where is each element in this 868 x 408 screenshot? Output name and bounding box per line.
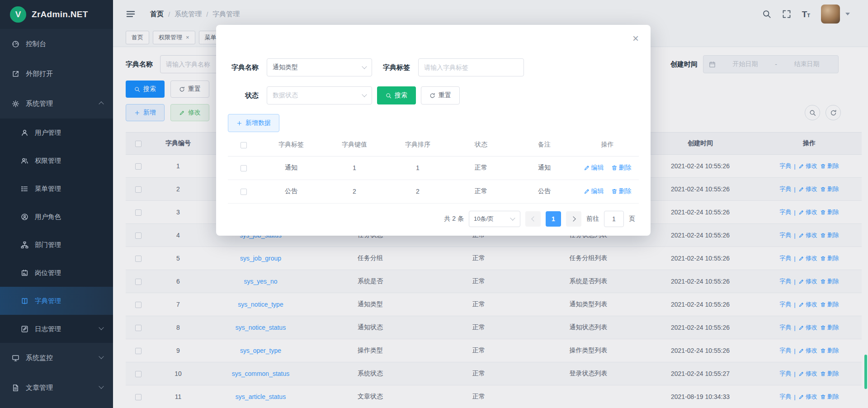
dialog-mask: × 字典名称 通知类型 字典标签 状态 数据状态 搜索 [0, 0, 868, 408]
column-header: 字典排序 [386, 133, 449, 156]
dict-data-dialog: × 字典名称 通知类型 字典标签 状态 数据状态 搜索 [216, 25, 651, 236]
prev-page-button[interactable] [525, 211, 541, 227]
dict-type-select[interactable]: 通知类型 [267, 58, 372, 76]
dict-sort-cell: 1 [386, 156, 449, 180]
plus-icon [236, 120, 242, 126]
dialog-toolbar: 新增数据 [228, 114, 279, 132]
table-row: 公告22正常公告编辑删除 [228, 180, 639, 203]
delete-link-label: 删除 [619, 187, 632, 195]
edit-icon [584, 188, 590, 195]
remark-cell: 公告 [513, 180, 576, 203]
edit-link[interactable]: 编辑 [584, 187, 604, 195]
dialog-form-row-2: 状态 数据状态 搜索 重置 [228, 86, 460, 104]
column-header: 备注 [513, 133, 576, 156]
chevron-down-icon [362, 92, 367, 97]
delete-link[interactable]: 删除 [611, 164, 632, 172]
edit-icon [584, 165, 590, 171]
current-page-button[interactable]: 1 [546, 211, 561, 227]
edit-link-label: 编辑 [591, 164, 604, 172]
delete-icon [611, 165, 618, 171]
column-header: 状态 [449, 133, 513, 156]
dialog-status-label: 状态 [228, 91, 259, 100]
scrollbar-thumb[interactable] [864, 355, 867, 389]
dialog-dict-label-label: 字典标签 [379, 63, 410, 72]
add-data-button[interactable]: 新增数据 [228, 114, 279, 132]
column-header: 操作 [576, 133, 639, 156]
dialog-form-row-1: 字典名称 通知类型 字典标签 [228, 58, 524, 76]
header-checkbox-cell [228, 133, 259, 156]
chevron-down-icon [510, 215, 515, 220]
delete-link[interactable]: 删除 [611, 187, 632, 195]
page: V ZrAdmin.NET 控制台外部打开系统管理用户管理权限管理菜单管理用户角… [0, 0, 868, 408]
page-size-select[interactable]: 10条/页 [469, 211, 520, 227]
row-checkbox[interactable] [241, 189, 247, 195]
row-checkbox[interactable] [241, 165, 247, 171]
refresh-icon [429, 93, 435, 99]
dialog-search-button[interactable]: 搜索 [377, 86, 416, 104]
dict-value-cell: 1 [323, 156, 386, 180]
goto-suffix: 页 [629, 215, 635, 223]
dialog-dict-type-label: 字典名称 [228, 63, 259, 72]
status-cell: 正常 [449, 180, 513, 203]
status-select[interactable]: 数据状态 [267, 86, 372, 104]
dict-data-table: 字典标签字典键值字典排序状态备注操作 通知11正常通知编辑删除公告22正常公告编… [228, 133, 639, 204]
column-header: 字典键值 [323, 133, 386, 156]
dict-label-cell: 通知 [259, 156, 323, 180]
status-cell: 正常 [449, 156, 513, 180]
operations-cell: 编辑删除 [576, 180, 639, 203]
table-header-row: 字典标签字典键值字典排序状态备注操作 [228, 133, 639, 156]
dict-label-input[interactable] [418, 58, 524, 76]
dict-sort-cell: 2 [386, 180, 449, 203]
table-row: 通知11正常通知编辑删除 [228, 156, 639, 180]
chevron-down-icon [362, 64, 367, 69]
close-icon[interactable]: × [632, 33, 639, 44]
dict-label-cell: 公告 [259, 180, 323, 203]
row-operations: 编辑删除 [576, 187, 639, 195]
pagination-total: 共 2 条 [444, 215, 464, 223]
row-operations: 编辑删除 [576, 164, 639, 172]
row-checkbox-cell [228, 180, 259, 203]
edit-link[interactable]: 编辑 [584, 164, 604, 172]
remark-cell: 通知 [513, 156, 576, 180]
row-checkbox-cell [228, 156, 259, 180]
chevron-right-icon [571, 216, 576, 221]
next-page-button[interactable] [566, 211, 581, 227]
column-header: 字典标签 [259, 133, 323, 156]
select-all-checkbox[interactable] [241, 142, 247, 148]
search-icon [386, 93, 392, 99]
dialog-reset-button[interactable]: 重置 [421, 86, 460, 104]
operations-cell: 编辑删除 [576, 156, 639, 180]
goto-page-input[interactable] [604, 211, 624, 227]
pagination: 共 2 条 10条/页 1 前往 页 [444, 211, 635, 227]
dict-value-cell: 2 [323, 180, 386, 203]
goto-prefix: 前往 [586, 215, 599, 223]
chevron-left-icon [531, 216, 536, 221]
delete-icon [611, 188, 618, 195]
edit-link-label: 编辑 [591, 187, 604, 195]
delete-link-label: 删除 [619, 164, 632, 172]
